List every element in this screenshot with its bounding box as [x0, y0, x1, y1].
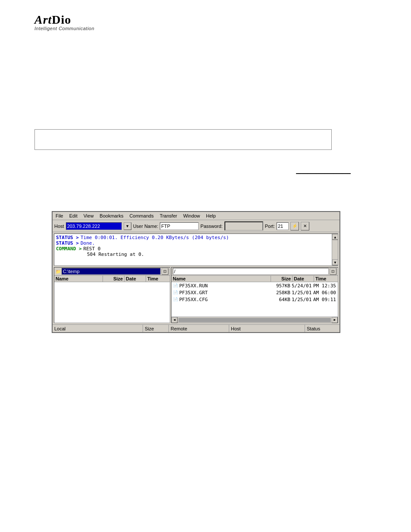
menu-file[interactable]: File: [54, 213, 65, 219]
local-col-date: Date: [125, 276, 146, 282]
local-col-name: Name: [54, 276, 103, 282]
log-text-4: 504 Restarting at 0.: [87, 252, 144, 257]
log-status-label-2: STATUS >: [56, 240, 79, 246]
logo-subtitle: Intelligent Communication: [34, 26, 94, 31]
remote-filelist: 📄 PF35XX.RUN 957KB 5/24/01 PM 12:35 📄 PF…: [171, 282, 338, 317]
underline-link[interactable]: ___________________: [296, 168, 351, 174]
remote-filesize-1: 258KB: [270, 290, 292, 296]
remote-filesize-0: 957KB: [270, 283, 292, 289]
statusbar-size: Size: [143, 325, 169, 332]
local-panel: 📁 ⊡ Name Size Date Time: [54, 267, 170, 323]
log-line-3: COMMAND > REST 0: [56, 246, 336, 252]
local-panel-browse-button[interactable]: ⊡: [162, 268, 168, 275]
menu-edit[interactable]: Edit: [68, 213, 79, 219]
username-label: User Name:: [133, 224, 159, 229]
menu-bookmarks[interactable]: Bookmarks: [98, 213, 125, 219]
local-col-time: Time: [146, 276, 170, 282]
menu-transfer[interactable]: Transfer: [159, 213, 179, 219]
host-input[interactable]: [66, 222, 122, 230]
port-input[interactable]: [277, 222, 289, 230]
remote-filedate-2: 1/25/01: [292, 297, 313, 302]
remote-file-row-2[interactable]: 📄 PF35XX.CFG 64KB 1/25/01 AM 09:11: [171, 296, 338, 303]
file-icon-0: 📄: [172, 283, 178, 288]
remote-path-input[interactable]: [173, 268, 329, 275]
logo-brand: ArtDio: [34, 13, 94, 27]
ftp-statusbar: Local Size Remote Host Status: [53, 324, 339, 332]
disconnect-button[interactable]: ✕: [301, 222, 309, 230]
log-line-2: STATUS > Done.: [56, 240, 336, 246]
menu-commands[interactable]: Commands: [128, 213, 155, 219]
remote-panel-browse-button[interactable]: ⊡: [330, 268, 336, 275]
statusbar-host: Host: [229, 325, 305, 332]
connect-button[interactable]: ⚡: [290, 222, 299, 230]
local-panel-header: 📁 ⊡: [54, 268, 170, 276]
password-input[interactable]: [224, 221, 263, 230]
remote-filedate-1: 1/25/01: [292, 290, 313, 296]
port-label: Port:: [265, 224, 275, 229]
username-input[interactable]: [160, 222, 199, 230]
log-text-2: Done.: [81, 240, 95, 246]
menu-window[interactable]: Window: [182, 213, 201, 219]
ftp-toolbar: Host ▼ User Name: Password: Port: ⚡ ✕: [53, 220, 339, 232]
menu-view[interactable]: View: [82, 213, 95, 219]
menu-help[interactable]: Help: [205, 213, 217, 219]
local-filelist: [54, 282, 170, 323]
ftp-window: File Edit View Bookmarks Commands Transf…: [52, 211, 340, 333]
ftp-log: STATUS > Time 0:00:01. Efficiency 0.20 K…: [54, 233, 338, 266]
password-label: Password:: [200, 224, 222, 229]
remote-columns: Name Size Date Time: [171, 276, 338, 282]
host-label: Host: [54, 224, 64, 229]
remote-filename-2: PF35XX.CFG: [179, 297, 270, 302]
hscroll-left-arrow[interactable]: ◄: [171, 317, 177, 323]
logo: ArtDio Intelligent Communication: [34, 13, 94, 31]
remote-col-name: Name: [171, 276, 271, 282]
log-text-1: Time 0:00:01. Efficiency 0.20 KBytes/s (…: [81, 235, 229, 240]
remote-file-row-0[interactable]: 📄 PF35XX.RUN 957KB 5/24/01 PM 12:35: [171, 282, 338, 289]
statusbar-status: Status: [305, 325, 339, 332]
remote-filetime-2: AM 09:11: [313, 297, 337, 302]
local-path-input[interactable]: [62, 268, 161, 275]
log-command-label-3: COMMAND >: [56, 246, 82, 252]
local-columns: Name Size Date Time: [54, 276, 170, 282]
remote-filename-1: PF35XX.GRT: [179, 290, 270, 296]
remote-filetime-0: PM 12:35: [313, 283, 337, 289]
hscroll-right-arrow[interactable]: ►: [332, 317, 338, 323]
remote-col-time: Time: [314, 276, 338, 282]
remote-col-date: Date: [293, 276, 314, 282]
log-text-3: REST 0: [84, 246, 101, 252]
remote-filesize-2: 64KB: [270, 297, 292, 302]
file-icon-2: 📄: [172, 297, 178, 302]
host-dropdown-arrow[interactable]: ▼: [124, 222, 131, 230]
remote-panel: ⊡ Name Size Date Time 📄 PF35XX.RUN 957KB…: [171, 267, 338, 323]
statusbar-local: Local: [53, 325, 143, 332]
log-line-4: 504 Restarting at 0.: [56, 252, 336, 257]
remote-panel-header: ⊡: [171, 268, 338, 276]
statusbar-remote: Remote: [169, 325, 229, 332]
remote-file-row-1[interactable]: 📄 PF35XX.GRT 258KB 1/25/01 AM 06:00: [171, 289, 338, 296]
file-icon-1: 📄: [172, 290, 178, 295]
ftp-panels: 📁 ⊡ Name Size Date Time ⊡ Name Size: [54, 267, 338, 323]
ftp-menubar: File Edit View Bookmarks Commands Transf…: [53, 212, 339, 220]
log-scrollbar[interactable]: ▲ ▼: [332, 234, 338, 265]
log-status-label-1: STATUS >: [56, 235, 79, 240]
scroll-up-arrow[interactable]: ▲: [332, 234, 338, 240]
hscroll-track: [178, 318, 331, 322]
local-folder-icon: 📁: [56, 269, 61, 274]
remote-col-size: Size: [271, 276, 293, 282]
remote-filedate-0: 5/24/01: [292, 283, 313, 289]
banner-box: [34, 129, 332, 150]
remote-filetime-1: AM 06:00: [313, 290, 337, 296]
remote-hscroll[interactable]: ◄ ►: [171, 317, 338, 323]
local-col-size: Size: [103, 276, 125, 282]
scroll-down-arrow[interactable]: ▼: [332, 259, 338, 265]
remote-filename-0: PF35XX.RUN: [179, 283, 270, 289]
log-line-1: STATUS > Time 0:00:01. Efficiency 0.20 K…: [56, 235, 336, 240]
